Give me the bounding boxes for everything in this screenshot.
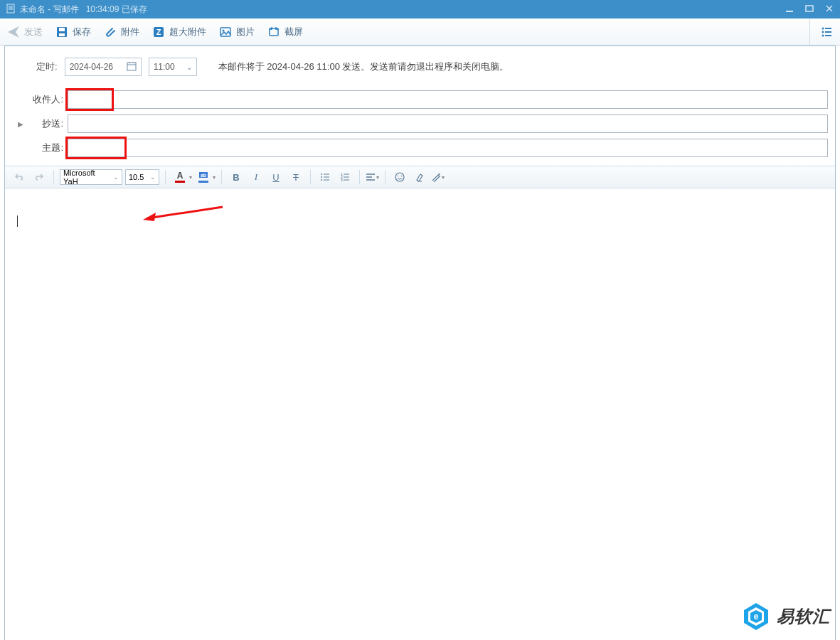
- subject-row: 主题:: [5, 136, 835, 160]
- svg-rect-22: [127, 63, 136, 70]
- titlebar: 未命名 - 写邮件 10:34:09 已保存: [0, 0, 840, 18]
- svg-rect-5: [806, 6, 813, 11]
- svg-rect-10: [59, 33, 65, 36]
- bullet-list-button[interactable]: [317, 169, 334, 186]
- text-cursor: [17, 215, 18, 227]
- align-button[interactable]: ▾: [366, 172, 379, 182]
- svg-point-20: [822, 34, 824, 36]
- svg-point-32: [321, 179, 322, 181]
- recipient-label: 收件人:: [29, 93, 63, 106]
- svg-point-44: [398, 176, 399, 177]
- document-icon: [6, 4, 16, 16]
- recipient-input[interactable]: [68, 90, 828, 109]
- emoji-button[interactable]: [391, 169, 408, 186]
- font-color-button[interactable]: A ▾: [171, 171, 192, 183]
- svg-point-28: [321, 174, 322, 175]
- timing-label: 定时:: [36, 60, 58, 73]
- magic-button[interactable]: ▾: [431, 172, 445, 182]
- svg-point-45: [401, 176, 403, 177]
- attach-button[interactable]: 附件: [104, 26, 139, 38]
- subject-label: 主题:: [29, 142, 63, 154]
- send-button[interactable]: 发送: [7, 26, 43, 38]
- window-controls: [785, 4, 834, 16]
- svg-rect-0: [7, 4, 14, 13]
- screenshot-button[interactable]: 截屏: [267, 26, 303, 38]
- chevron-down-icon: ⌄: [186, 63, 192, 71]
- compose-panel: 定时: 2024-04-26 11:00 ⌄ 本邮件将于 2024-04-26 …: [4, 46, 836, 640]
- svg-line-47: [147, 207, 223, 218]
- strikethrough-button[interactable]: T: [287, 169, 304, 186]
- editor-toolbar: Microsoft YaH⌄ 10.5⌄ A ▾ ab ▾ B I U T 12…: [5, 166, 835, 188]
- svg-text:Z: Z: [156, 28, 161, 36]
- subject-input[interactable]: [68, 139, 828, 157]
- maximize-button[interactable]: [804, 4, 814, 16]
- svg-point-30: [321, 176, 322, 178]
- timing-row: 定时: 2024-04-26 11:00 ⌄ 本邮件将于 2024-04-26 …: [5, 46, 835, 87]
- redo-button[interactable]: [31, 169, 48, 186]
- image-button[interactable]: 图片: [219, 26, 255, 38]
- svg-rect-9: [59, 28, 65, 31]
- watermark-text: 易软汇: [777, 605, 830, 628]
- date-input[interactable]: 2024-04-26: [65, 58, 142, 76]
- italic-button[interactable]: I: [248, 169, 265, 186]
- title-time: 10:34:09 已保存: [86, 4, 147, 16]
- underline-button[interactable]: U: [267, 169, 285, 186]
- calendar-icon[interactable]: [127, 61, 137, 73]
- timing-info: 本邮件将于 2024-04-26 11:00 发送。发送前请勿退出程序和关闭电脑…: [218, 60, 509, 73]
- expand-cc-icon[interactable]: ▶: [18, 120, 25, 128]
- watermark-logo: e 易软汇: [741, 602, 830, 631]
- svg-text:3: 3: [341, 178, 343, 182]
- close-button[interactable]: [824, 4, 834, 16]
- recipient-row: 收件人:: [5, 87, 835, 112]
- time-select[interactable]: 11:00 ⌄: [149, 58, 197, 76]
- clear-format-button[interactable]: [411, 169, 428, 186]
- number-list-button[interactable]: 123: [336, 169, 353, 186]
- cc-label: 抄送:: [29, 117, 63, 130]
- undo-button[interactable]: [11, 169, 28, 186]
- toolbar-menu-button[interactable]: [809, 18, 833, 45]
- main-toolbar: 发送 保存 附件 Z 超大附件 图片 截屏: [0, 18, 840, 46]
- svg-text:e: e: [754, 612, 759, 622]
- svg-text:ab: ab: [201, 173, 206, 178]
- save-button[interactable]: 保存: [55, 26, 91, 38]
- window-title: 未命名 - 写邮件: [20, 4, 79, 16]
- logo-icon: e: [741, 602, 771, 631]
- cc-row: ▶ 抄送:: [5, 112, 835, 136]
- highlight-color-button[interactable]: ab ▾: [195, 171, 216, 183]
- annotation-arrow-icon: [139, 203, 224, 224]
- font-size-select[interactable]: 10.5⌄: [125, 169, 159, 185]
- cc-input[interactable]: [68, 114, 828, 133]
- svg-point-43: [395, 173, 404, 181]
- svg-point-16: [822, 27, 824, 29]
- minimize-button[interactable]: [785, 4, 794, 16]
- editor-body[interactable]: [5, 188, 835, 640]
- bold-button[interactable]: B: [228, 169, 245, 186]
- big-attach-button[interactable]: Z 超大附件: [152, 26, 206, 38]
- font-family-select[interactable]: Microsoft YaH⌄: [60, 169, 122, 185]
- svg-point-18: [822, 31, 824, 33]
